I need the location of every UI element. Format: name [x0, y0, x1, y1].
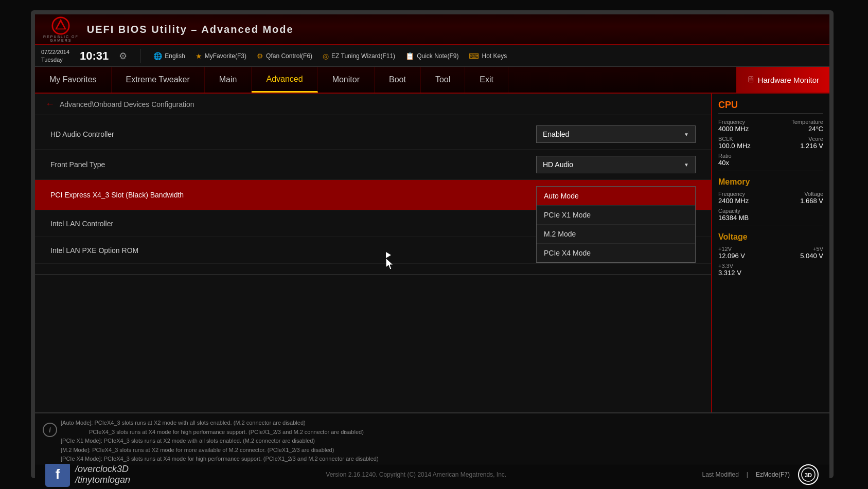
breadcrumb: ← Advanced\Onboard Devices Configuration: [35, 94, 711, 115]
hw-mem-cap-row: Capacity 16384 MB: [718, 208, 823, 222]
hw-5v-label: +5V: [813, 246, 823, 252]
datetime: 07/22/2014 Tuesday: [41, 48, 69, 63]
hw-mem-freq-value: 2400 MHz: [718, 197, 749, 205]
content-area: ← Advanced\Onboard Devices Configuration…: [35, 94, 711, 412]
monitor-icon: 🖥: [747, 75, 755, 84]
hw-mem-cap-label: Capacity: [718, 208, 749, 214]
hw-vcore-col: Vcore 1.216 V: [800, 136, 823, 150]
hw-vcore-value: 1.216 V: [800, 142, 823, 150]
footer-right: Last Modified | EzMode(F7) 3D: [702, 464, 819, 485]
hw-33v-row: +3.3V 3.312 V: [718, 263, 823, 277]
info-line-2: PCIeX4_3 slots runs at X4 mode for high …: [61, 428, 819, 437]
dropdown-hd-audio[interactable]: Enabled ▼: [536, 125, 696, 143]
toolbar-language-label: English: [165, 52, 185, 60]
tab-my-favorites-label: My Favorites: [49, 75, 97, 84]
hw-ratio-col: Ratio 40x: [718, 153, 732, 167]
keyboard-icon: ⌨: [469, 52, 479, 60]
hw-vcore-label: Vcore: [808, 136, 823, 142]
rog-logo: [51, 16, 70, 35]
hw-cpu-temp-col: Temperature 24°C: [791, 119, 823, 133]
hw-5v-value: 5.040 V: [800, 252, 823, 260]
hw-temp-label: Temperature: [791, 119, 823, 125]
tab-extreme-tweaker-label: Extreme Tweaker: [126, 75, 190, 84]
hw-ratio-value: 40x: [718, 159, 732, 167]
info-line-5: [PCIe X4 Mode]: PCIeX4_3 slots runs at X…: [61, 455, 819, 464]
dropdown-pci-menu: Auto Mode PCIe X1 Mode M.2 Mode PCIe X4 …: [536, 186, 696, 263]
toolbar-language[interactable]: 🌐 English: [153, 52, 185, 60]
hw-5v-col: +5V 5.040 V: [800, 246, 823, 260]
hw-12v-value: 12.096 V: [718, 252, 745, 260]
setting-pci-express-label: PCI Express X4_3 Slot (Black) Bandwidth: [50, 191, 536, 199]
hw-33v-col: +3.3V 3.312 V: [718, 263, 741, 277]
toolbar-quicknote[interactable]: 📋 Quick Note(F9): [405, 52, 458, 60]
hw-mem-volt-label: Voltage: [804, 191, 823, 197]
hw-bclk-value: 100.0 MHz: [718, 142, 751, 150]
hw-voltage-title: Voltage: [718, 232, 823, 242]
toolbar: 07/22/2014 Tuesday 10:31 ⚙ 🌐 English ★ M…: [35, 45, 829, 67]
tab-tool[interactable]: Tool: [421, 67, 465, 93]
hw-mem-volt-col: Voltage 1.668 V: [800, 191, 823, 205]
hw-monitor-panel: CPU Frequency 4000 MHz Temperature 24°C …: [711, 94, 829, 412]
tab-extreme-tweaker[interactable]: Extreme Tweaker: [112, 67, 205, 93]
social-handles: /overclock3D /tinytomlogan: [75, 464, 130, 485]
target-icon: ◎: [323, 52, 329, 60]
hw-mem-freq-label: Frequency: [718, 191, 749, 197]
toolbar-myfavorite[interactable]: ★ MyFavorite(F3): [196, 52, 246, 60]
dropdown-option-auto-mode[interactable]: Auto Mode: [537, 187, 695, 206]
date: 07/22/2014: [41, 48, 69, 56]
note-icon: 📋: [405, 52, 414, 60]
info-text: [Auto Mode]: PCIeX4_3 slots runs at X2 m…: [61, 419, 819, 464]
hw-divider-1: [718, 171, 823, 171]
info-line-1: [Auto Mode]: PCIeX4_3 slots runs at X2 m…: [61, 419, 819, 428]
hw-bclk-row: BCLK 100.0 MHz Vcore 1.216 V: [718, 136, 823, 150]
settings-gear-icon[interactable]: ⚙: [119, 50, 127, 62]
dropdown-hd-audio-value: Enabled: [543, 130, 569, 138]
toolbar-quicknote-label: Quick Note(F9): [417, 52, 458, 60]
dropdown-front-panel[interactable]: HD Audio ▼: [536, 156, 696, 173]
hw-bclk-label: BCLK: [718, 136, 751, 142]
dropdown-option-pcie-x1[interactable]: PCIe X1 Mode: [537, 206, 695, 225]
hw-mem-cap-col: Capacity 16384 MB: [718, 208, 749, 222]
hw-12v-label: +12V: [718, 246, 745, 252]
setting-front-panel: Front Panel Type HD Audio ▼: [35, 150, 711, 180]
hw-freq-label: Frequency: [718, 119, 749, 125]
svg-text:3D: 3D: [805, 472, 812, 478]
time-display: 10:31: [80, 49, 109, 63]
day: Tuesday: [41, 56, 69, 63]
tab-main-label: Main: [219, 75, 237, 84]
setting-hd-audio-label: HD Audio Controller: [50, 130, 536, 138]
tab-hardware-monitor[interactable]: 🖥 Hardware Monitor: [736, 67, 829, 93]
ez-mode-label[interactable]: EzMode(F7): [756, 471, 790, 478]
info-panel: i [Auto Mode]: PCIeX4_3 slots runs at X2…: [35, 412, 829, 464]
dropdown-option-m2[interactable]: M.2 Mode: [537, 225, 695, 244]
header-title: UEFI BIOS Utility – Advanced Mode: [87, 24, 821, 35]
info-line-3: [PCIe X1 Mode]: PCIeX4_3 slots runs at X…: [61, 437, 819, 446]
back-arrow-icon[interactable]: ←: [45, 99, 55, 110]
toolbar-hotkeys[interactable]: ⌨ Hot Keys: [469, 52, 507, 60]
hw-freq-value: 4000 MHz: [718, 125, 749, 133]
dropdown-option-pcie-x4[interactable]: PCIe X4 Mode: [537, 244, 695, 262]
hw-ratio-row: Ratio 40x: [718, 153, 823, 167]
tab-boot[interactable]: Boot: [375, 67, 421, 93]
toolbar-eztuning[interactable]: ◎ EZ Tuning Wizard(F11): [323, 52, 395, 60]
logo-line1: REPUBLIC OF: [43, 35, 79, 39]
last-modified-label: Last Modified: [702, 471, 738, 478]
tab-exit[interactable]: Exit: [465, 67, 508, 93]
separator-line: [35, 274, 711, 275]
toolbar-eztuning-label: EZ Tuning Wizard(F11): [331, 52, 395, 60]
social-area: f /overclock3D /tinytomlogan: [45, 462, 130, 487]
settings-container: HD Audio Controller Enabled ▼ Front Pane…: [35, 115, 711, 279]
social-handle-1: /overclock3D: [75, 464, 130, 475]
tab-advanced[interactable]: Advanced: [252, 67, 317, 93]
tab-my-favorites[interactable]: My Favorites: [35, 67, 112, 93]
hw-12v-row: +12V 12.096 V +5V 5.040 V: [718, 246, 823, 260]
header: REPUBLIC OF GAMERS UEFI BIOS Utility – A…: [35, 14, 829, 45]
facebook-icon: f: [45, 462, 70, 487]
toolbar-qfan[interactable]: ⚙ Qfan Control(F6): [257, 52, 312, 60]
hw-memory-title: Memory: [718, 177, 823, 187]
hw-mem-freq-col: Frequency 2400 MHz: [718, 191, 749, 205]
tab-monitor[interactable]: Monitor: [318, 67, 375, 93]
hw-cpu-freq-label: Frequency 4000 MHz: [718, 119, 749, 133]
tab-main[interactable]: Main: [205, 67, 252, 93]
fan-icon: ⚙: [257, 52, 263, 60]
